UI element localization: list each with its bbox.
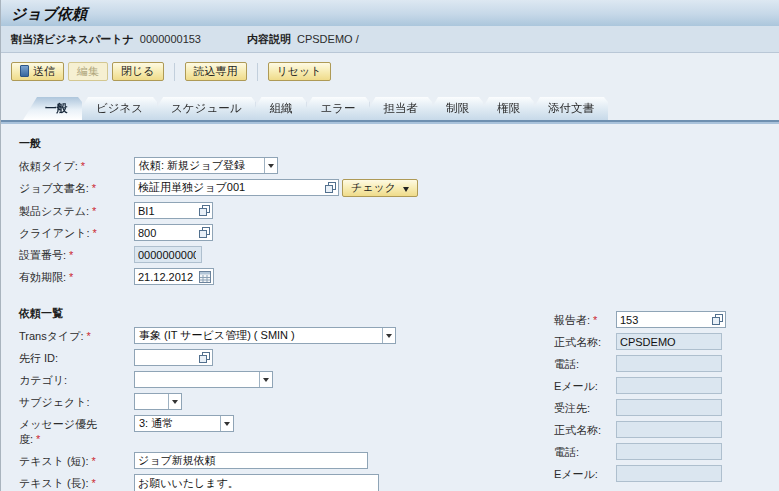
field-predecessor-id: 先行 ID: <box>19 349 439 366</box>
category-dropdown[interactable] <box>134 371 273 388</box>
partner-value: 0000000153 <box>140 33 201 45</box>
tab-authorization[interactable]: 権限 <box>475 97 534 120</box>
tab-organization[interactable]: 組織 <box>247 97 306 120</box>
message-priority-dropdown[interactable]: 3: 通常 <box>134 415 234 432</box>
full-name-1-input <box>617 334 719 349</box>
toolbar-separator <box>174 63 175 81</box>
tab-person-responsible[interactable]: 担当者 <box>361 97 432 120</box>
field-full-name-1: 正式名称: <box>554 333 769 350</box>
reset-button[interactable]: リセット <box>268 62 331 81</box>
dropdown-arrow-icon <box>168 394 181 409</box>
client-input[interactable] <box>135 225 199 240</box>
field-reporter: 報告者:* <box>554 311 769 328</box>
field-message-priority: メッセージ優先度:* 3: 通常 <box>19 415 439 447</box>
field-full-name-2: 正式名称: <box>554 421 769 438</box>
field-product-system: 製品システム:* <box>19 202 439 219</box>
field-client: クライアント:* <box>19 224 439 241</box>
field-phone-1: 電話: <box>554 355 769 372</box>
field-text-short: テキスト (短):* <box>19 452 439 469</box>
job-document-name-input[interactable] <box>135 180 325 195</box>
trans-type-dropdown[interactable]: 事象 (IT サービス管理) ( SMIN ) <box>134 327 396 344</box>
send-icon <box>20 65 29 77</box>
reporter-input[interactable] <box>617 312 712 327</box>
section-title-general: 一般 <box>19 136 439 151</box>
required-mark: * <box>87 330 91 342</box>
value-help-icon[interactable] <box>199 227 210 238</box>
toolbar: 送信 編集 閉じる 読込専用 リセット <box>1 53 779 90</box>
installation-number-input <box>135 247 199 262</box>
required-mark: * <box>91 455 95 467</box>
field-phone-2: 電話: <box>554 443 769 460</box>
value-help-icon[interactable] <box>199 205 210 216</box>
email-2-input <box>617 466 719 481</box>
required-mark: * <box>69 249 73 261</box>
tab-strip: 一般 ビジネス スケジュール 組織 エラー 担当者 制限 権限 添付文書 <box>1 90 779 120</box>
field-job-document-name: ジョブ文書名:* チェック <box>19 179 439 197</box>
partner-bar: 割当済ビジネスパートナ 0000000153 内容説明 CPSDEMO / <box>1 26 779 53</box>
field-installation-number: 設置番号:* <box>19 246 439 263</box>
required-mark: * <box>93 227 97 239</box>
text-long-textarea[interactable]: お願いいたします。 <box>134 474 379 491</box>
value-help-icon[interactable] <box>199 352 210 363</box>
page-title: ジョブ依頼 <box>11 5 87 22</box>
read-only-button[interactable]: 読込専用 <box>185 62 247 81</box>
dropdown-arrow-icon <box>382 328 395 343</box>
tab-business[interactable]: ビジネス <box>74 97 157 120</box>
dropdown-arrow-icon <box>264 158 277 173</box>
required-mark: * <box>36 433 40 445</box>
send-button[interactable]: 送信 <box>11 62 64 81</box>
phone-1-input <box>617 356 719 371</box>
check-button[interactable]: チェック <box>342 179 418 197</box>
tab-error[interactable]: エラー <box>298 97 369 120</box>
tab-restriction[interactable]: 制限 <box>424 97 483 120</box>
email-1-input <box>617 378 719 393</box>
required-mark: * <box>69 271 73 283</box>
value-help-icon[interactable] <box>325 182 336 193</box>
reporter-form: 報告者:* 正式名称: 電話: Eメール: 受注先: <box>554 311 769 487</box>
menu-triangle-icon <box>403 187 409 192</box>
section-title-request-list: 依頼一覧 <box>19 306 439 321</box>
partner-label: 割当済ビジネスパートナ <box>11 32 134 47</box>
field-sold-to-party: 受注先: <box>554 399 769 416</box>
field-request-type: 依頼タイプ:* 依頼: 新規ジョブ登録 <box>19 157 439 174</box>
valid-until-input[interactable] <box>135 269 199 284</box>
field-category: カテゴリ: <box>19 371 439 388</box>
tab-attachments[interactable]: 添付文書 <box>526 97 608 120</box>
close-button[interactable]: 閉じる <box>112 62 164 81</box>
field-valid-until: 有効期限:* <box>19 268 439 285</box>
predecessor-id-input[interactable] <box>135 350 199 365</box>
dropdown-arrow-icon <box>259 372 272 387</box>
dropdown-arrow-icon <box>220 416 233 431</box>
edit-button: 編集 <box>68 62 108 81</box>
required-mark: * <box>92 205 96 217</box>
calendar-icon[interactable] <box>199 271 211 283</box>
required-mark: * <box>92 182 96 194</box>
field-text-long: テキスト (長):* お願いいたします。 <box>19 474 439 491</box>
field-email-2: Eメール: <box>554 465 769 482</box>
general-form: 一般 依頼タイプ:* 依頼: 新規ジョブ登録 ジョブ文書名:* チェック 製品シ… <box>19 136 439 491</box>
required-mark: * <box>91 477 95 489</box>
sold-to-party-input <box>617 400 719 415</box>
tab-general[interactable]: 一般 <box>23 97 82 120</box>
value-help-icon[interactable] <box>712 314 723 325</box>
required-mark: * <box>593 314 597 326</box>
text-short-input[interactable] <box>135 453 365 468</box>
request-type-dropdown[interactable]: 依頼: 新規ジョブ登録 <box>134 157 278 174</box>
tab-schedule[interactable]: スケジュール <box>149 97 255 120</box>
required-mark: * <box>81 160 85 172</box>
phone-2-input <box>617 444 719 459</box>
description-value: CPSDEMO / <box>297 33 359 45</box>
title-bar: ジョブ依頼 <box>1 0 779 26</box>
toolbar-separator <box>257 63 258 81</box>
general-tab-panel: 一般 依頼タイプ:* 依頼: 新規ジョブ登録 ジョブ文書名:* チェック 製品シ… <box>1 124 779 491</box>
subject-dropdown[interactable] <box>134 393 182 410</box>
field-subject: サブジェクト: <box>19 393 439 410</box>
description-label: 内容説明 <box>247 32 291 47</box>
field-trans-type: Transタイプ:* 事象 (IT サービス管理) ( SMIN ) <box>19 327 439 344</box>
field-email-1: Eメール: <box>554 377 769 394</box>
full-name-2-input <box>617 422 719 437</box>
product-system-input[interactable] <box>135 203 199 218</box>
